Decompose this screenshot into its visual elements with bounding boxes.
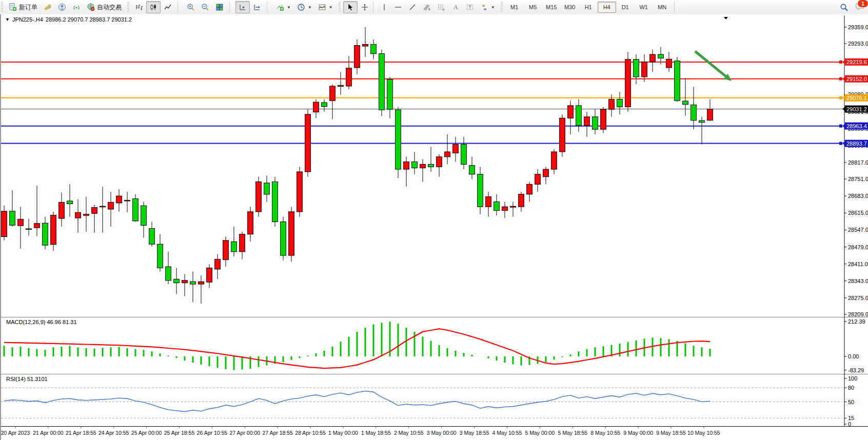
candle-body[interactable] [34,224,40,228]
templates-button[interactable]: ▼ [315,1,336,13]
candle-body[interactable] [437,157,442,167]
candle-body[interactable] [486,197,491,207]
timeframe-mn-button[interactable]: MN [653,2,672,13]
candle-body[interactable] [543,169,549,177]
candle-body[interactable] [141,206,147,225]
candle-body[interactable] [297,172,303,212]
cursor-button[interactable] [343,1,358,13]
timeframe-h4-button[interactable]: H4 [598,2,616,13]
candle-body[interactable] [478,174,483,207]
toolbar-grip[interactable] [339,2,341,12]
symbol-caret-icon[interactable]: ▼ [5,17,10,22]
candle-body[interactable] [305,114,311,172]
profile-button[interactable] [55,1,69,13]
candle-body[interactable] [92,208,97,214]
trendline-button[interactable] [405,1,420,13]
candle-body[interactable] [26,229,32,230]
candle-body[interactable] [330,86,336,101]
candle-body[interactable] [445,152,450,157]
candle-body[interactable] [510,206,516,207]
candle-body[interactable] [634,59,639,77]
candle-body[interactable] [190,282,196,284]
timeframe-h1-button[interactable]: H1 [579,2,598,13]
candle-body[interactable] [675,61,680,101]
zoom-out-button[interactable] [198,1,212,13]
candle-body[interactable] [264,183,270,194]
candle-body[interactable] [272,182,278,222]
candlestick-chart-button[interactable] [146,1,161,13]
auto-scroll-button[interactable] [235,1,250,13]
candle-body[interactable] [371,45,377,54]
candle-body[interactable] [51,215,56,245]
chart-window[interactable]: 29359.029293.029225.029157.029089.029021… [0,14,868,440]
chart-canvas[interactable]: 29359.029293.029225.029157.029089.029021… [1,14,868,440]
candle-body[interactable] [650,54,656,62]
search-button[interactable] [837,1,852,13]
candle-body[interactable] [551,152,557,169]
candle-body[interactable] [256,182,262,211]
candle-body[interactable] [248,212,253,234]
candle-body[interactable] [100,206,106,207]
candle-body[interactable] [133,199,139,221]
candle-body[interactable] [363,45,368,46]
candle-body[interactable] [75,212,81,218]
candle-body[interactable] [707,109,713,121]
vertical-line-button[interactable] [378,1,391,13]
candle-body[interactable] [108,202,114,209]
periods-button[interactable]: ▼ [294,1,315,13]
candle-body[interactable] [2,211,7,237]
text-button[interactable]: A [448,1,463,13]
toolbar-grip[interactable] [127,2,129,12]
horizontal-line-button[interactable] [391,1,405,13]
arrow-annotation[interactable] [695,51,727,78]
candle-body[interactable] [593,117,598,129]
candle-body[interactable] [199,282,204,284]
candle-body[interactable] [576,106,582,126]
fibonacci-button[interactable]: F [434,1,448,13]
candle-body[interactable] [601,109,606,129]
candle-body[interactable] [691,105,697,120]
zoom-in-button[interactable] [184,1,198,13]
autotrade-button[interactable]: 自动交易 [84,1,125,13]
candle-body[interactable] [642,62,647,77]
candle-body[interactable] [10,211,15,225]
candle-body[interactable] [231,242,237,251]
candle-body[interactable] [494,202,500,210]
new-order-button[interactable]: 新订单 [6,1,41,13]
candle-body[interactable] [387,79,393,109]
candle-body[interactable] [404,162,409,169]
chart-shift-button[interactable] [250,1,264,13]
candle-body[interactable] [215,259,221,269]
candle-body[interactable] [412,162,418,168]
timeframe-w1-button[interactable]: W1 [635,2,653,13]
channel-button[interactable]: E [420,1,434,13]
candle-body[interactable] [527,184,532,194]
timeframe-m1-button[interactable]: M1 [505,2,524,13]
bar-chart-button[interactable] [132,1,146,13]
scale-position-marker[interactable] [724,17,728,19]
toolbar-grip[interactable] [1,2,3,12]
candle-body[interactable] [699,121,705,122]
candle-body[interactable] [43,223,48,245]
candle-body[interactable] [568,106,574,118]
candle-body[interactable] [379,54,385,110]
candle-body[interactable] [354,46,360,68]
candle-body[interactable] [223,241,229,259]
candle-body[interactable] [609,99,615,109]
candle-body[interactable] [461,144,467,164]
candle-body[interactable] [584,117,590,126]
signals-button[interactable] [69,1,84,13]
chat-button[interactable]: 1 [856,2,865,12]
candle-body[interactable] [116,196,122,203]
timeframe-m30-button[interactable]: M30 [561,2,579,13]
candle-body[interactable] [157,244,163,268]
text-label-button[interactable]: T [463,1,477,13]
candle-body[interactable] [469,166,475,174]
candle-body[interactable] [281,222,286,255]
candle-body[interactable] [658,54,664,58]
candle-body[interactable] [166,267,171,281]
candle-body[interactable] [174,279,180,283]
candle-body[interactable] [125,200,130,201]
candle-body[interactable] [666,59,672,68]
megaphone-button[interactable] [41,1,55,13]
